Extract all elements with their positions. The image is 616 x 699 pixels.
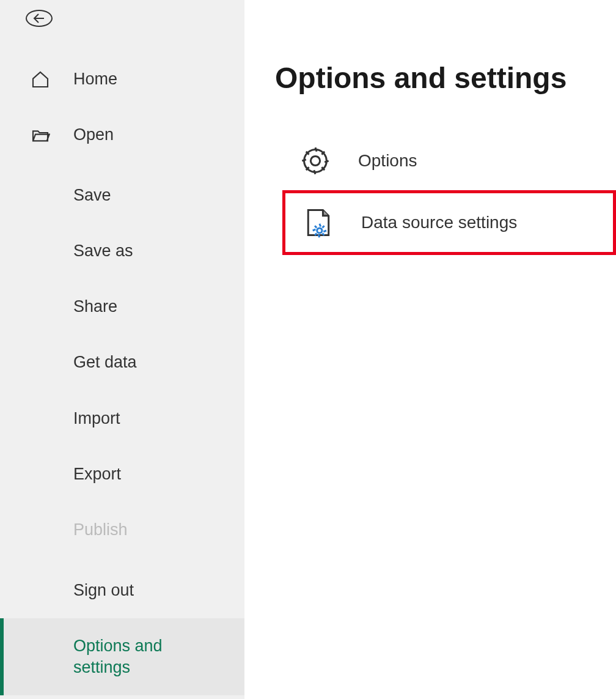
nav-publish: Publish — [0, 502, 244, 558]
arrow-left-icon — [32, 11, 46, 26]
nav-share-label: Share — [73, 296, 244, 317]
nav-options-and-settings-label: Options and settings — [73, 635, 183, 678]
back-button[interactable] — [26, 10, 53, 27]
nav-save-label: Save — [73, 185, 244, 206]
home-icon — [31, 70, 73, 89]
nav-save-as[interactable]: Save as — [0, 223, 244, 279]
data-source-settings-icon — [302, 207, 361, 239]
nav-get-data-label: Get data — [73, 352, 244, 373]
nav-export[interactable]: Export — [0, 446, 244, 502]
options-button[interactable]: Options — [282, 131, 616, 190]
nav-sign-out-label: Sign out — [73, 580, 244, 601]
content-pane: Options and settings Options Data source… — [244, 0, 616, 699]
nav-open-label: Open — [73, 124, 244, 146]
nav-get-data[interactable]: Get data — [0, 335, 244, 390]
nav-home-label: Home — [73, 68, 244, 90]
nav-sign-out[interactable]: Sign out — [0, 563, 244, 618]
nav-import-label: Import — [73, 408, 244, 429]
nav-about[interactable]: About — [0, 695, 244, 699]
data-source-settings-label: Data source settings — [361, 213, 517, 232]
gear-icon — [299, 145, 358, 177]
nav-save-as-label: Save as — [73, 240, 244, 262]
nav-import[interactable]: Import — [0, 391, 244, 446]
nav-open[interactable]: Open — [0, 107, 244, 163]
nav-save[interactable]: Save — [0, 168, 244, 223]
svg-point-2 — [304, 150, 327, 172]
options-label: Options — [358, 151, 417, 171]
folder-open-icon — [31, 125, 73, 145]
file-menu-sidebar: Home Open Save Save as Share Get data Im… — [0, 0, 244, 699]
svg-point-1 — [310, 156, 320, 165]
nav-home[interactable]: Home — [0, 51, 244, 107]
nav-options-and-settings[interactable]: Options and settings — [0, 618, 244, 695]
data-source-settings-button[interactable]: Data source settings — [282, 190, 616, 255]
page-title: Options and settings — [275, 61, 616, 95]
nav-export-label: Export — [73, 464, 244, 485]
nav-share[interactable]: Share — [0, 279, 244, 335]
nav-publish-label: Publish — [73, 519, 244, 541]
